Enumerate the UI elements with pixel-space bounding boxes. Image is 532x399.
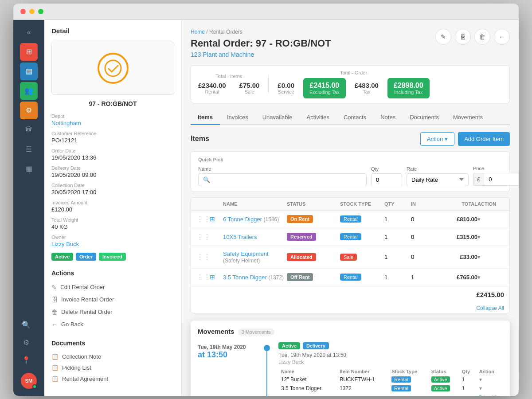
add-order-item-button[interactable]: Add Order Item	[458, 132, 510, 146]
mv-print-link-1[interactable]: Print	[479, 395, 489, 396]
mv-print-view-1: Print View	[278, 395, 503, 396]
col-total-header: Total	[433, 201, 477, 207]
grid-nav-icon[interactable]: ▦	[20, 160, 38, 178]
status-badges: Active Order Invoiced	[51, 253, 174, 261]
rental-agreement-doc[interactable]: 📋 Rental Agreement	[51, 373, 174, 384]
item-action-4[interactable]: ▾	[477, 274, 504, 281]
expand-icon-1[interactable]: ⊞	[210, 215, 223, 223]
item-link-3[interactable]: Safety Equipment	[223, 250, 269, 257]
tab-items[interactable]: Items	[191, 110, 220, 125]
dashboard-icon[interactable]: ⊞	[20, 43, 38, 61]
tab-unavailable[interactable]: Unavailable	[255, 110, 300, 125]
avatar-initials: SM	[25, 378, 33, 383]
table-header-row: Name Status Stock Type Qty In Total Acti…	[191, 198, 509, 211]
rental-value: £2340.00	[198, 82, 226, 89]
company-link[interactable]: 123 Plant and Machine	[191, 51, 510, 58]
mv-item-action-1-2[interactable]: ▾	[477, 384, 503, 393]
breadcrumb-section: Rental Orders	[209, 29, 243, 35]
back-toolbar-btn[interactable]: ←	[494, 29, 510, 45]
col-action-header: Action	[477, 201, 504, 207]
drag-handle-2[interactable]: ⋮⋮	[196, 233, 210, 241]
tab-documents[interactable]: Documents	[403, 110, 446, 125]
col-name-header: Name	[223, 201, 287, 207]
minimize-dot[interactable]	[29, 9, 35, 14]
mv-col-action: Action	[477, 368, 503, 375]
edit-action[interactable]: ✎ Edit Rental Order	[51, 281, 174, 293]
item-total-4: £765.00	[433, 274, 477, 281]
qp-name-field: Name	[198, 166, 367, 186]
doc-icon-1: 📋	[51, 353, 59, 360]
qp-name-label: Name	[198, 166, 367, 172]
tab-invoices[interactable]: Invoices	[220, 110, 255, 125]
item-link-4[interactable]: 3.5 Tonne Digger	[223, 274, 267, 281]
item-in-4: 1	[411, 274, 433, 281]
item-link-2[interactable]: 10X5 Trailers	[223, 234, 257, 240]
collapse-all-row: Collapse All	[191, 303, 509, 313]
depot-value[interactable]: Nottingham	[51, 120, 174, 126]
drag-handle-4[interactable]: ⋮⋮	[196, 273, 210, 282]
list-nav-icon[interactable]: ☰	[20, 141, 38, 158]
close-dot[interactable]	[20, 9, 26, 14]
documents-nav-icon[interactable]: ▤	[20, 63, 38, 80]
qp-name-input[interactable]	[198, 173, 367, 186]
mv-item-action-1-1[interactable]: ▾	[477, 375, 503, 384]
owner-value[interactable]: Lizzy Buck	[51, 241, 174, 247]
mv-delivery-badge-1: Delivery	[303, 342, 329, 349]
tax-label: Tax	[363, 89, 370, 94]
table-row: ⋮⋮ ⊞ 3.5 Tonne Digger (1372) Off Rent Re…	[191, 269, 509, 286]
contacts-nav-icon[interactable]: 👥	[20, 82, 38, 100]
invoice-action[interactable]: 🗄 Invoice Rental Order	[51, 293, 174, 306]
collapse-icon[interactable]: «	[20, 23, 38, 41]
picking-list-doc[interactable]: 📋 Picking List	[51, 362, 174, 373]
settings-nav-icon[interactable]: ⚙	[20, 102, 38, 119]
edit-toolbar-btn[interactable]: ✎	[435, 29, 451, 45]
item-action-2[interactable]: ▾	[477, 234, 504, 240]
online-dot	[32, 384, 37, 389]
movements-count: 3 Movements	[238, 329, 274, 336]
item-name-3: Safety Equipment (Safety Helmet)	[223, 250, 287, 264]
search-nav-icon[interactable]: 🔍	[17, 316, 35, 334]
mv-date-1: Tue, 19th May 2020	[198, 344, 255, 350]
delete-toolbar-btn[interactable]: 🗑	[474, 29, 490, 45]
qp-rate-label: Rate	[407, 166, 469, 172]
avatar[interactable]: SM	[21, 373, 37, 389]
location-nav-icon[interactable]: 📍	[17, 352, 35, 369]
tab-movements[interactable]: Movements	[446, 110, 490, 125]
tab-contacts[interactable]: Contacts	[336, 110, 373, 125]
rental-label: Rental	[205, 89, 219, 94]
collection-note-doc[interactable]: 📋 Collection Note	[51, 351, 174, 362]
drag-handle-3[interactable]: ⋮⋮	[196, 253, 210, 261]
item-link-1[interactable]: 6 Tonne Digger	[223, 216, 262, 223]
collapse-all-link[interactable]: Collapse All	[476, 305, 504, 311]
gear-nav-icon[interactable]: ⚙	[17, 334, 35, 352]
active-badge: Active	[51, 253, 73, 261]
mv-active-badge-1: Active	[278, 342, 300, 349]
item-action-3[interactable]: ▾	[477, 254, 504, 260]
breadcrumb-home[interactable]: Home	[191, 29, 205, 35]
mv-view-link-1[interactable]: View	[492, 395, 503, 396]
tab-activities[interactable]: Activities	[300, 110, 336, 125]
status-badge-1: On Rent	[287, 215, 313, 223]
mv-item-stock-1-2: Rental	[389, 384, 429, 393]
action-button[interactable]: Action ▾	[420, 132, 454, 146]
invoice-toolbar-btn[interactable]: 🗄	[455, 29, 471, 45]
drag-handle-1[interactable]: ⋮⋮	[196, 215, 210, 223]
delete-action[interactable]: 🗑 Delete Rental Order	[51, 306, 174, 318]
titlebar	[13, 4, 519, 20]
timeline-visual	[262, 342, 271, 396]
expand-icon-4[interactable]: ⊞	[210, 274, 223, 281]
maximize-dot[interactable]	[38, 9, 43, 14]
mv-item-num-1-2: 1372	[337, 384, 389, 393]
qp-price-input[interactable]	[484, 173, 519, 186]
qp-rate-select[interactable]: Daily Rate	[407, 173, 469, 186]
grand-total-row: £2415.00	[191, 286, 509, 303]
rental-agreement-label: Rental Agreement	[62, 376, 108, 382]
tab-notes[interactable]: Notes	[373, 110, 403, 125]
back-action[interactable]: ← Go Back	[51, 318, 174, 331]
item-status-2: Reserved	[287, 233, 340, 241]
item-action-1[interactable]: ▾	[477, 216, 504, 223]
mv-status-badge-1-1: Active	[431, 376, 450, 383]
bank-nav-icon[interactable]: 🏛	[20, 121, 38, 139]
qp-qty-input[interactable]	[371, 173, 402, 186]
status-image	[51, 42, 174, 95]
